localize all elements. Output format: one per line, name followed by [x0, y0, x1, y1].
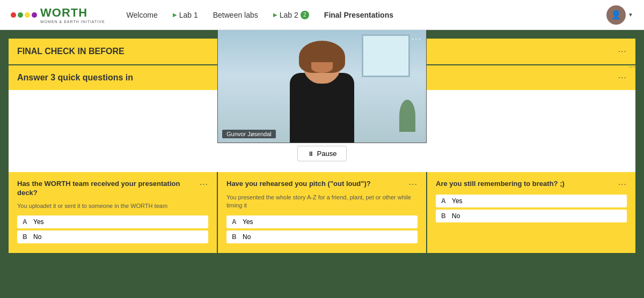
qa-card-2-dots[interactable]: ··· — [618, 180, 627, 189]
qa-card-1-dots[interactable]: ··· — [409, 180, 418, 189]
qa-card-1-header: Have you rehearsed you pitch ("out loud"… — [226, 180, 418, 189]
avatar: 👤 — [606, 5, 626, 25]
qa-card-2: Are you still remembering to breath? ;) … — [427, 172, 635, 253]
person-head — [303, 43, 341, 84]
nav-between[interactable]: Between labs — [213, 11, 258, 19]
qa-option-1-a-text: Yes — [243, 218, 253, 226]
header: WORTH WOMEN & EARTH INITIATIVE Welcome ▶… — [0, 0, 644, 30]
nav-badge-lab2: 2 — [301, 11, 309, 19]
video-plant — [399, 100, 415, 132]
qa-question-0: Has the WORTH team received your present… — [17, 180, 200, 198]
qa-card-0: Has the WORTH team received your present… — [9, 172, 218, 253]
qa-cards-row: Has the WORTH team received your present… — [9, 172, 635, 253]
qa-question-1: Have you rehearsed you pitch ("out loud"… — [226, 180, 409, 189]
qa-option-2-b-text: No — [452, 212, 460, 220]
nav-lab1[interactable]: ▶ Lab 1 — [173, 11, 198, 19]
dot-red — [11, 12, 16, 18]
video-frame: Gunvor Jøsendal ··· — [218, 30, 426, 143]
qa-option-1-b-letter: B — [232, 233, 238, 241]
pause-button[interactable]: ⏸ Pause — [297, 146, 347, 161]
final-check-text: FINAL CHECK IN BEFORE — [17, 47, 125, 56]
video-window — [362, 34, 410, 77]
avatar-caret: ▼ — [628, 12, 633, 18]
dot-green — [18, 12, 23, 18]
qa-card-2-header: Are you still remembering to breath? ;) … — [436, 180, 627, 189]
qa-option-1-b-text: No — [243, 233, 251, 241]
final-check-dots-menu[interactable]: ··· — [618, 47, 627, 56]
qa-option-0-b-letter: B — [23, 233, 29, 241]
qa-card-0-header: Has the WORTH team received your present… — [17, 180, 208, 198]
qa-option-0-a-letter: A — [23, 218, 29, 226]
qa-option-2-a-text: Yes — [452, 197, 463, 205]
qa-option-2-b[interactable]: B No — [436, 210, 627, 222]
qa-option-2-a-letter: A — [441, 197, 448, 205]
dot-purple — [32, 12, 37, 18]
qa-option-0-a[interactable]: A Yes — [17, 215, 208, 228]
qa-card-1: Have you rehearsed you pitch ("out loud"… — [218, 172, 427, 253]
top-right-dots-menu[interactable]: ··· — [628, 62, 635, 72]
pause-label: Pause — [317, 150, 337, 158]
qa-description-1: You presented the whole story A-Z for a … — [226, 193, 418, 210]
nav-arrow-lab2: ▶ — [273, 12, 277, 18]
nav-final[interactable]: Final Presentations — [324, 11, 393, 19]
qa-option-1-a[interactable]: A Yes — [226, 215, 418, 228]
dot-yellow — [25, 12, 30, 18]
qa-option-0-a-text: Yes — [33, 218, 44, 226]
main-nav: Welcome ▶ Lab 1 Between labs ▶ Lab 2 2 F… — [127, 11, 607, 19]
qa-option-1-a-letter: A — [232, 218, 238, 226]
pause-icon: ⏸ — [308, 150, 314, 158]
logo-text: WORTH WOMEN & EARTH INITIATIVE — [40, 6, 105, 24]
qa-description-0: You uploadet it or sent it to someone in… — [17, 202, 208, 210]
nav-arrow-lab1: ▶ — [173, 12, 177, 18]
video-name-tag: Gunvor Jøsendal — [222, 130, 276, 138]
quick-questions-dots-menu[interactable]: ··· — [618, 73, 627, 82]
qa-option-2-a[interactable]: A Yes — [436, 195, 627, 207]
user-avatar-area[interactable]: 👤 ▼ — [606, 5, 633, 25]
quick-questions-text: Answer 3 quick questions in — [17, 73, 133, 83]
qa-card-0-dots[interactable]: ··· — [200, 180, 208, 189]
nav-lab2[interactable]: ▶ Lab 2 2 — [273, 11, 309, 19]
logo-sub-text: WOMEN & EARTH INITIATIVE — [40, 20, 105, 24]
video-person — [284, 43, 360, 143]
qa-option-0-b-text: No — [33, 233, 41, 241]
qa-option-0-b[interactable]: B No — [17, 230, 208, 243]
logo-area: WORTH WOMEN & EARTH INITIATIVE — [11, 6, 105, 24]
logo-dots — [11, 12, 37, 18]
video-dots-menu[interactable]: ··· — [412, 34, 422, 44]
qa-option-1-b[interactable]: B No — [226, 230, 418, 243]
person-face — [311, 62, 333, 73]
main-content: ··· Gunvor Jøsendal ··· — [0, 30, 644, 253]
qa-question-2: Are you still remembering to breath? ;) — [436, 180, 618, 189]
video-overlay: Gunvor Jøsendal ··· — [217, 30, 427, 143]
nav-welcome[interactable]: Welcome — [127, 11, 158, 19]
logo-worth-text: WORTH — [40, 6, 105, 20]
qa-option-2-b-letter: B — [441, 212, 448, 220]
